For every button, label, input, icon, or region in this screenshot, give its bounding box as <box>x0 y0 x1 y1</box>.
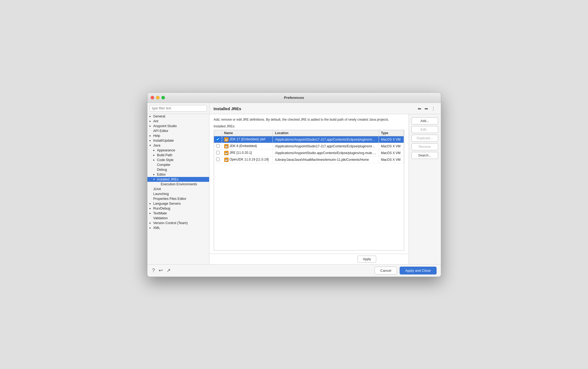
sidebar-item-editor[interactable]: Editor <box>147 172 209 177</box>
content-area: GeneralAntAnypoint StudioAPI EditorHelpI… <box>147 103 441 264</box>
tree-arrow-java <box>150 144 153 147</box>
right-panel: Add... Edit... Duplicate... Remove Searc… <box>409 114 441 264</box>
sidebar-item-version-control[interactable]: Version Control (Team) <box>147 221 209 225</box>
table-row[interactable]: ☕OpenJDK 11.0.19 [11.0.19]/Library/Java/… <box>214 156 404 163</box>
sidebar-item-textmate[interactable]: TextMate <box>147 211 209 216</box>
sidebar-label-build-path: Build Path <box>157 153 172 157</box>
sidebar-item-help[interactable]: Help <box>147 133 209 138</box>
sidebar-label-anypoint-studio: Anypoint Studio <box>153 124 177 128</box>
sidebar-item-compiler[interactable]: Compiler <box>147 162 209 167</box>
forward-button[interactable]: ➡ <box>423 106 429 112</box>
jre-name-3: ☕OpenJDK 11.0.19 [11.0.19] <box>222 156 273 163</box>
restore-defaults-button[interactable]: ↩ <box>158 267 163 274</box>
sidebar-label-debug: Debug <box>157 168 167 172</box>
add-button[interactable]: Add... <box>411 117 438 124</box>
jre-type-3: MacOS X VM <box>379 156 404 163</box>
sidebar-item-java[interactable]: Java <box>147 143 209 148</box>
sidebar-label-properties-files-editor: Properties Files Editor <box>153 197 186 201</box>
jre-table-wrapper: Name Location Type ☕JDK 17 (Embedded) (d… <box>214 130 404 250</box>
bottom-bar: ? ↩ ↗ Cancel Apply and Close <box>147 264 441 277</box>
traffic-lights <box>151 96 165 99</box>
sidebar-label-validation: Validation <box>153 216 168 220</box>
maximize-button[interactable] <box>161 96 165 99</box>
sidebar-item-install-update[interactable]: Install/Update <box>147 138 209 143</box>
th-checkbox <box>214 130 222 136</box>
sidebar-item-api-editor[interactable]: API Editor <box>147 128 209 133</box>
apply-button[interactable]: Apply <box>358 256 376 263</box>
sidebar-item-build-path[interactable]: Build Path <box>147 153 209 158</box>
table-header-row: Name Location Type <box>214 130 404 136</box>
tree-arrow-xml <box>150 226 153 229</box>
th-name: Name <box>222 130 273 136</box>
tree-container: GeneralAntAnypoint StudioAPI EditorHelpI… <box>147 114 209 264</box>
sidebar-label-language-servers: Language Servers <box>153 202 181 206</box>
sidebar-label-help: Help <box>153 134 160 138</box>
sidebar-label-compiler: Compiler <box>157 163 171 167</box>
help-button[interactable]: ? <box>152 267 155 274</box>
jre-checkbox-2[interactable] <box>216 151 220 154</box>
sidebar-item-language-servers[interactable]: Language Servers <box>147 201 209 206</box>
sidebar-item-xml[interactable]: XML <box>147 225 209 230</box>
tree-arrow-run-debug <box>150 207 153 210</box>
tree-arrow-version-control <box>150 221 153 224</box>
sidebar-label-editor: Editor <box>157 173 166 176</box>
duplicate-button[interactable]: Duplicate... <box>411 135 438 142</box>
sidebar-item-ant[interactable]: Ant <box>147 119 209 124</box>
sidebar-label-execution-environments: Execution Environments <box>161 182 197 186</box>
description-text: Add, remove or edit JRE definitions. By … <box>214 117 404 122</box>
filter-input[interactable] <box>150 105 207 112</box>
sidebar-item-appearance[interactable]: Appearance <box>147 148 209 153</box>
panel-content: Add, remove or edit JRE definitions. By … <box>209 114 409 254</box>
remove-button[interactable]: Remove <box>411 143 438 150</box>
table-row[interactable]: ☕JRE [11.0.20.1]/Applications/AnypointSt… <box>214 150 404 156</box>
sidebar-label-installed-jres: Installed JREs <box>157 177 179 181</box>
back-button[interactable]: ⬅ <box>417 106 422 112</box>
tree-arrow-textmate <box>150 212 153 215</box>
tree-arrow-language-servers <box>150 202 153 205</box>
close-button[interactable] <box>151 96 154 99</box>
sidebar-label-ant: Ant <box>153 119 158 123</box>
search-button[interactable]: Search... <box>411 152 438 159</box>
installed-label: Installed JREs: <box>214 124 404 128</box>
sidebar-item-anypoint-studio[interactable]: Anypoint Studio <box>147 124 209 128</box>
sidebar-item-general[interactable]: General <box>147 114 209 119</box>
filter-wrapper <box>147 103 209 114</box>
jre-location-2: /Applications/AnypointStudio.app/Content… <box>273 150 379 156</box>
sidebar-item-properties-files-editor[interactable]: Properties Files Editor <box>147 196 209 201</box>
tree-arrow-ant <box>150 120 153 123</box>
preferences-window: Preferences GeneralAntAnypoint StudioAPI… <box>147 92 441 277</box>
sidebar-item-debug[interactable]: Debug <box>147 167 209 172</box>
cancel-button[interactable]: Cancel <box>375 267 397 274</box>
apply-section: Apply <box>209 254 409 264</box>
panel-header: Installed JREs ⬅ ➡ ⋮ <box>209 103 441 114</box>
table-row[interactable]: ☕JDK 17 (Embedded) (def/Applications/Any… <box>214 136 404 143</box>
window-title: Preferences <box>284 96 304 100</box>
sidebar-item-junit[interactable]: JUnit <box>147 187 209 192</box>
jre-checkbox-1[interactable] <box>216 144 220 148</box>
jre-type-0: MacOS X VM <box>379 136 404 143</box>
titlebar: Preferences <box>147 93 441 103</box>
export-button[interactable]: ↗ <box>166 267 171 274</box>
sidebar-item-execution-environments[interactable]: Execution Environments <box>147 182 209 187</box>
jre-checkbox-3[interactable] <box>216 158 220 161</box>
more-options-button[interactable]: ⋮ <box>430 106 437 112</box>
tree-arrow-general <box>150 115 153 118</box>
sidebar-item-validation[interactable]: Validation <box>147 216 209 221</box>
jre-location-1: /Applications/AnypointStudio17-J17.app/C… <box>273 143 379 150</box>
sidebar-item-launching[interactable]: Launching <box>147 192 209 196</box>
jre-location-0: /Applications/AnypointStudio17-J17.app/C… <box>273 136 379 143</box>
sidebar-item-run-debug[interactable]: Run/Debug <box>147 206 209 211</box>
jre-type-1: MacOS X VM <box>379 143 404 150</box>
th-type: Type <box>379 130 404 136</box>
sidebar-label-general: General <box>153 114 165 118</box>
sidebar-label-textmate: TextMate <box>153 211 167 215</box>
jre-checkbox-0[interactable] <box>216 137 220 141</box>
apply-close-button[interactable]: Apply and Close <box>400 267 437 274</box>
table-row[interactable]: ☕JDK 8 (Embedded)/Applications/AnypointS… <box>214 143 404 150</box>
sidebar-item-code-style[interactable]: Code Style <box>147 158 209 162</box>
sidebar-item-installed-jres[interactable]: Installed JREs <box>147 177 209 182</box>
main-panel: Add, remove or edit JRE definitions. By … <box>209 114 409 264</box>
minimize-button[interactable] <box>156 96 160 99</box>
edit-button[interactable]: Edit... <box>411 126 438 133</box>
jre-name-2: ☕JRE [11.0.20.1] <box>222 150 273 156</box>
